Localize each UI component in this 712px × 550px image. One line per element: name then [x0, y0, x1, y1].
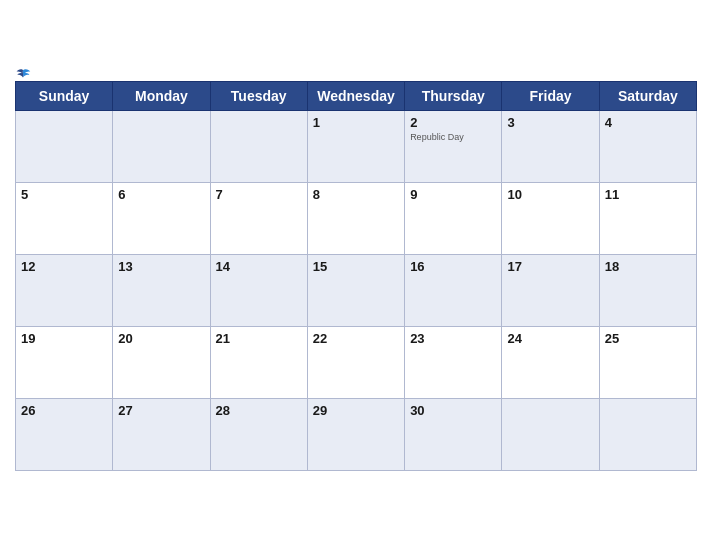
logo-bird-icon — [15, 68, 31, 82]
calendar-cell: 22 — [307, 326, 404, 398]
calendar-week-row: 19202122232425 — [16, 326, 697, 398]
calendar-cell — [210, 110, 307, 182]
day-number: 9 — [410, 187, 496, 202]
day-number: 20 — [118, 331, 204, 346]
calendar-cell: 9 — [405, 182, 502, 254]
logo-blue-area — [15, 68, 33, 82]
calendar-week-row: 12131415161718 — [16, 254, 697, 326]
calendar-table: Sunday Monday Tuesday Wednesday Thursday… — [15, 81, 697, 471]
calendar-thead: Sunday Monday Tuesday Wednesday Thursday… — [16, 81, 697, 110]
calendar-cell — [16, 110, 113, 182]
col-wednesday: Wednesday — [307, 81, 404, 110]
calendar-cell: 19 — [16, 326, 113, 398]
day-number: 27 — [118, 403, 204, 418]
day-number: 15 — [313, 259, 399, 274]
calendar-cell — [502, 398, 599, 470]
day-number: 16 — [410, 259, 496, 274]
day-number: 1 — [313, 115, 399, 130]
calendar-cell: 3 — [502, 110, 599, 182]
calendar-cell: 23 — [405, 326, 502, 398]
day-number: 23 — [410, 331, 496, 346]
day-number: 13 — [118, 259, 204, 274]
calendar-cell: 30 — [405, 398, 502, 470]
col-sunday: Sunday — [16, 81, 113, 110]
calendar-cell: 13 — [113, 254, 210, 326]
calendar-cell: 11 — [599, 182, 696, 254]
day-number: 22 — [313, 331, 399, 346]
calendar-cell: 10 — [502, 182, 599, 254]
day-number: 7 — [216, 187, 302, 202]
day-number: 6 — [118, 187, 204, 202]
calendar-cell: 18 — [599, 254, 696, 326]
day-number: 25 — [605, 331, 691, 346]
header-row: Sunday Monday Tuesday Wednesday Thursday… — [16, 81, 697, 110]
day-number: 10 — [507, 187, 593, 202]
calendar-cell — [113, 110, 210, 182]
col-monday: Monday — [113, 81, 210, 110]
col-saturday: Saturday — [599, 81, 696, 110]
day-number: 2 — [410, 115, 496, 130]
day-number: 21 — [216, 331, 302, 346]
calendar-cell: 1 — [307, 110, 404, 182]
day-number: 30 — [410, 403, 496, 418]
calendar-cell: 7 — [210, 182, 307, 254]
calendar-cell: 8 — [307, 182, 404, 254]
day-number: 28 — [216, 403, 302, 418]
col-tuesday: Tuesday — [210, 81, 307, 110]
day-number: 18 — [605, 259, 691, 274]
calendar-cell: 12 — [16, 254, 113, 326]
col-thursday: Thursday — [405, 81, 502, 110]
calendar-container: Sunday Monday Tuesday Wednesday Thursday… — [0, 65, 712, 486]
calendar-cell: 2Republic Day — [405, 110, 502, 182]
calendar-cell: 29 — [307, 398, 404, 470]
calendar-cell: 14 — [210, 254, 307, 326]
day-number: 3 — [507, 115, 593, 130]
day-number: 11 — [605, 187, 691, 202]
day-number: 26 — [21, 403, 107, 418]
calendar-cell: 28 — [210, 398, 307, 470]
calendar-cell: 6 — [113, 182, 210, 254]
col-friday: Friday — [502, 81, 599, 110]
calendar-cell: 5 — [16, 182, 113, 254]
day-number: 8 — [313, 187, 399, 202]
calendar-cell: 27 — [113, 398, 210, 470]
calendar-week-row: 567891011 — [16, 182, 697, 254]
day-number: 14 — [216, 259, 302, 274]
calendar-cell — [599, 398, 696, 470]
day-number: 12 — [21, 259, 107, 274]
day-number: 5 — [21, 187, 107, 202]
calendar-cell: 17 — [502, 254, 599, 326]
logo-area — [15, 68, 33, 82]
calendar-cell: 25 — [599, 326, 696, 398]
calendar-body: 12Republic Day34567891011121314151617181… — [16, 110, 697, 470]
holiday-name: Republic Day — [410, 132, 496, 143]
calendar-cell: 15 — [307, 254, 404, 326]
day-number: 17 — [507, 259, 593, 274]
day-number: 24 — [507, 331, 593, 346]
calendar-cell: 20 — [113, 326, 210, 398]
calendar-cell: 24 — [502, 326, 599, 398]
day-number: 4 — [605, 115, 691, 130]
calendar-cell: 21 — [210, 326, 307, 398]
calendar-week-row: 2627282930 — [16, 398, 697, 470]
calendar-cell: 4 — [599, 110, 696, 182]
calendar-cell: 16 — [405, 254, 502, 326]
calendar-cell: 26 — [16, 398, 113, 470]
calendar-week-row: 12Republic Day34 — [16, 110, 697, 182]
day-number: 29 — [313, 403, 399, 418]
day-number: 19 — [21, 331, 107, 346]
